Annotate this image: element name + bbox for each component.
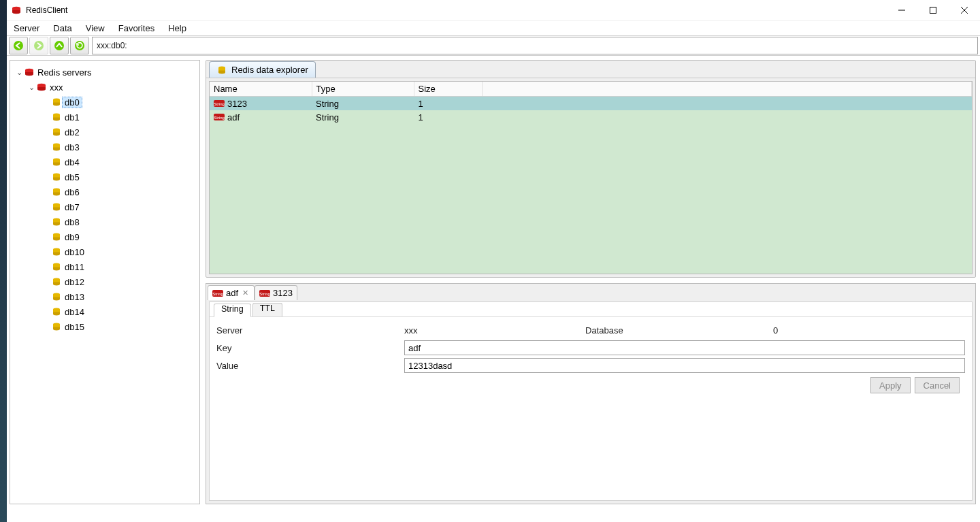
tree-db-db15[interactable]: db15 (13, 319, 197, 334)
tree-db-db5[interactable]: db5 (13, 169, 197, 184)
tree-db-db4[interactable]: db4 (13, 154, 197, 169)
up-arrow-icon (54, 40, 65, 51)
address-text: xxx:db0: (97, 41, 127, 50)
db-icon (51, 246, 62, 257)
tree-db-db0[interactable]: db0 (13, 95, 197, 110)
explorer-tab-label: Redis data explorer (231, 65, 308, 75)
tree-db-db10[interactable]: db10 (13, 244, 197, 259)
tree-db-db13[interactable]: db13 (13, 289, 197, 304)
menu-help[interactable]: Help (161, 22, 193, 35)
tree-db-db14[interactable]: db14 (13, 304, 197, 319)
forward-button[interactable] (29, 37, 48, 54)
refresh-button[interactable] (70, 37, 89, 54)
col-name[interactable]: Name (210, 82, 312, 97)
keys-table: Name Type Size String3123String1Stringad… (210, 82, 972, 124)
input-value[interactable] (404, 358, 965, 373)
db-icon (51, 97, 62, 108)
menu-data[interactable]: Data (46, 22, 78, 35)
label-database: Database (585, 325, 769, 336)
explorer-tabrow: Redis data explorer (206, 61, 975, 78)
string-type-icon: String (214, 112, 225, 123)
right-area: Redis data explorer Name Type Size Strin… (206, 60, 976, 504)
col-size[interactable]: Size (414, 82, 482, 97)
tree-db-db6[interactable]: db6 (13, 184, 197, 199)
window-buttons (886, 0, 980, 20)
detail-tab-label: 3123 (273, 288, 293, 298)
svg-point-5 (14, 41, 23, 50)
address-bar[interactable]: xxx:db0: (92, 37, 978, 54)
app-icon (11, 5, 22, 16)
db-icon (51, 142, 62, 152)
explorer-table-wrap: Name Type Size String3123String1Stringad… (209, 81, 973, 274)
menu-view[interactable]: View (79, 22, 112, 35)
tree-db-db8[interactable]: db8 (13, 214, 197, 229)
db-icon (51, 261, 62, 272)
db-icon (51, 172, 62, 182)
detail-tab-label: adf (226, 288, 238, 298)
detail-form: Server xxx Database 0 Key Value (210, 317, 972, 397)
detail-tab-adf[interactable]: Stringadf✕ (208, 285, 255, 300)
input-key[interactable] (404, 340, 965, 355)
menu-favorites[interactable]: Favorites (112, 22, 161, 35)
up-button[interactable] (50, 37, 69, 54)
explorer-panel: Redis data explorer Name Type Size Strin… (206, 60, 976, 278)
table-row[interactable]: StringadfString1 (210, 110, 972, 124)
svg-point-6 (34, 41, 44, 50)
tree-root[interactable]: ⌄Redis servers (13, 65, 197, 80)
back-arrow-icon (13, 40, 24, 51)
titlebar: RedisClient (7, 0, 980, 20)
subtab-ttl[interactable]: TTL (252, 303, 282, 316)
value-database: 0 (773, 325, 778, 336)
tree-db-db11[interactable]: db11 (13, 259, 197, 274)
close-button[interactable] (949, 0, 980, 20)
col-type[interactable]: Type (312, 82, 414, 97)
tree-db-db9[interactable]: db9 (13, 229, 197, 244)
db-icon (51, 216, 62, 227)
main-area: ⌄Redis servers⌄xxxdb0db1db2db3db4db5db6d… (7, 56, 980, 514)
tree-db-db12[interactable]: db12 (13, 274, 197, 289)
svg-text:String: String (212, 292, 223, 296)
db-icon (51, 306, 62, 317)
db-icon (51, 112, 62, 123)
tree-db-db2[interactable]: db2 (13, 125, 197, 140)
back-button[interactable] (9, 37, 28, 54)
db-icon (216, 65, 227, 76)
window-title: RedisClient (26, 5, 67, 15)
detail-subtabs: String TTL (210, 302, 972, 317)
tab-data-explorer[interactable]: Redis data explorer (209, 61, 316, 78)
menubar: Server Data View Favorites Help (7, 20, 980, 35)
redis-icon (24, 67, 35, 78)
apply-button[interactable]: Apply (870, 377, 911, 393)
db-icon (51, 186, 62, 197)
cancel-button[interactable]: Cancel (915, 377, 960, 393)
tree-db-db7[interactable]: db7 (13, 199, 197, 214)
string-type-icon: String (259, 288, 270, 299)
svg-text:String: String (214, 102, 225, 106)
maximize-button[interactable] (917, 0, 949, 20)
cell-type: String (312, 97, 414, 111)
menu-server[interactable]: Server (7, 22, 46, 35)
toolbar: xxx:db0: (7, 35, 980, 56)
close-icon[interactable]: ✕ (241, 289, 250, 297)
col-spacer (482, 82, 972, 97)
label-server: Server (216, 325, 400, 336)
svg-text:String: String (259, 292, 270, 296)
cell-type: String (312, 110, 414, 124)
subtab-string[interactable]: String (214, 304, 251, 317)
tree-db-db3[interactable]: db3 (13, 140, 197, 154)
detail-tab-3123[interactable]: String3123 (255, 285, 297, 300)
cell-size: 1 (414, 110, 482, 124)
minimize-button[interactable] (886, 0, 917, 20)
table-row[interactable]: String3123String1 (210, 97, 972, 111)
tree-server[interactable]: ⌄xxx (13, 80, 197, 95)
tree-db-db1[interactable]: db1 (13, 110, 197, 125)
forward-arrow-icon (33, 40, 44, 51)
string-type-icon: String (214, 98, 225, 109)
db-icon (51, 127, 62, 137)
string-type-icon: String (212, 288, 223, 299)
value-server: xxx (404, 325, 581, 336)
db-icon (51, 276, 62, 287)
db-icon (51, 157, 62, 167)
db-icon (51, 201, 62, 212)
label-key: Key (216, 343, 400, 353)
